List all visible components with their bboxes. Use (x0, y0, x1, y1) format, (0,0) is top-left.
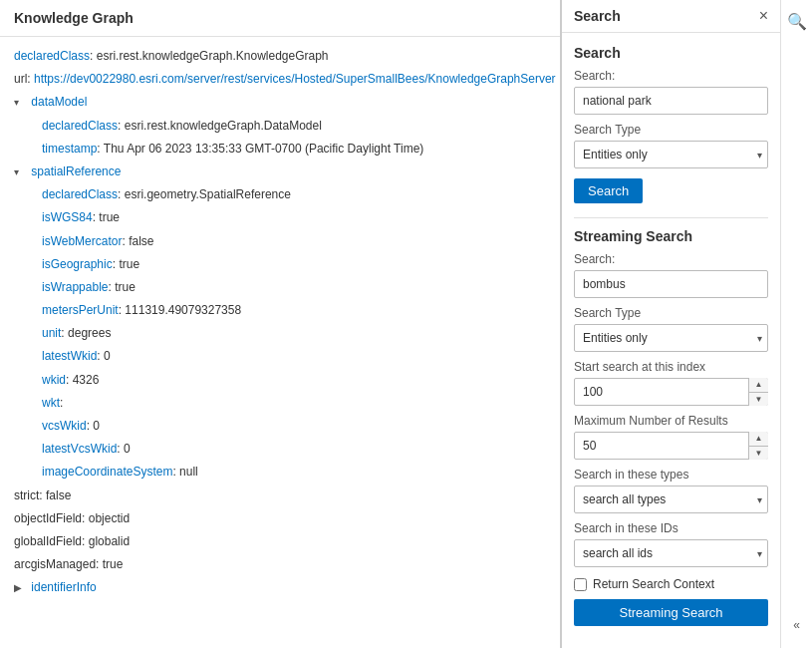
toggle-datamodel[interactable]: ▾ (14, 95, 28, 111)
max-results-wrapper: ▲ ▼ (574, 432, 768, 460)
tree-row-datamodel-class: declaredClass: esri.rest.knowledgeGraph.… (0, 115, 560, 161)
section-divider (574, 217, 768, 218)
spatialref-children: declaredClass: esri.geometry.SpatialRefe… (0, 183, 560, 484)
search-section-title: Search (574, 45, 768, 61)
start-index-input[interactable] (574, 378, 768, 406)
tree-row-arcgismanaged: arcgisManaged: true (0, 553, 560, 576)
start-index-label: Start search at this index (574, 360, 768, 374)
toggle-identifierinfo[interactable]: ▶ (14, 580, 28, 596)
search-icon-button[interactable]: 🔍 (783, 8, 811, 35)
right-panel-content: Search Search: Search Type Entities only… (562, 33, 780, 648)
knowledge-graph-title: Knowledge Graph (14, 10, 134, 26)
collapse-icon: « (793, 618, 800, 632)
streaming-type-label: Search Type (574, 306, 768, 320)
max-results-label: Maximum Number of Results (574, 414, 768, 428)
toggle-spatialref[interactable]: ▾ (14, 164, 28, 180)
right-panel-header: Search × (562, 0, 780, 33)
search-label: Search: (574, 69, 768, 83)
search-ids-select[interactable]: search all ids (574, 539, 768, 567)
tree-row-strict: strict: false (0, 485, 560, 507)
streaming-search-button[interactable]: Streaming Search (574, 599, 768, 626)
return-context-label: Return Search Context (593, 577, 714, 591)
tree-row-identifierinfo[interactable]: ▶ identifierInfo (0, 576, 560, 599)
max-results-spinners: ▲ ▼ (748, 432, 768, 460)
tree-row-url: url: https://dev0022980.esri.com/server/… (0, 68, 560, 91)
streaming-type-select[interactable]: Entities only Relationships only All (574, 324, 768, 352)
start-index-up[interactable]: ▲ (749, 378, 768, 393)
icon-panel: 🔍 « (780, 0, 812, 648)
right-panel-title: Search (574, 8, 621, 24)
tree-row-datamodel[interactable]: ▾ dataModel (0, 91, 560, 114)
start-index-down[interactable]: ▼ (749, 393, 768, 407)
url-link[interactable]: https://dev0022980.esri.com/server/rest/… (34, 72, 556, 86)
max-results-input[interactable] (574, 432, 768, 460)
search-type-wrapper: Entities only Relationships only All ▾ (574, 141, 768, 168)
search-type-label: Search Type (574, 123, 768, 137)
collapse-icon-button[interactable]: « (789, 614, 804, 636)
max-results-up[interactable]: ▲ (749, 432, 768, 447)
max-results-down[interactable]: ▼ (749, 447, 768, 461)
tree-row-declared-class: declaredClass: esri.rest.knowledgeGraph.… (0, 45, 560, 68)
streaming-search-input[interactable] (574, 270, 768, 298)
tree-row-text: declaredClass: esri.rest.knowledgeGraph.… (14, 49, 329, 63)
streaming-search-label: Search: (574, 252, 768, 266)
tree-row-spatialref[interactable]: ▾ spatialReference (0, 161, 560, 183)
left-panel-title: Knowledge Graph (0, 0, 560, 37)
tree-row-globalidfield: globalIdField: globalid (0, 530, 560, 553)
search-types-select[interactable]: search all types (574, 486, 768, 513)
search-ids-wrapper: search all ids ▾ (574, 539, 768, 567)
return-context-row: Return Search Context (574, 577, 768, 591)
right-panel: Search × Search Search: Search Type Enti… (561, 0, 780, 648)
streaming-type-wrapper: Entities only Relationships only All ▾ (574, 324, 768, 352)
streaming-section-title: Streaming Search (574, 228, 768, 244)
search-types-label: Search in these types (574, 468, 768, 482)
search-input[interactable] (574, 87, 768, 115)
search-type-select[interactable]: Entities only Relationships only All (574, 141, 768, 168)
tree-row-objectidfield: objectIdField: objectid (0, 507, 560, 530)
start-index-spinners: ▲ ▼ (748, 378, 768, 406)
start-index-wrapper: ▲ ▼ (574, 378, 768, 406)
close-button[interactable]: × (759, 8, 768, 24)
knowledge-graph-tree: declaredClass: esri.rest.knowledgeGraph.… (0, 37, 560, 648)
search-ids-label: Search in these IDs (574, 521, 768, 535)
left-panel: Knowledge Graph declaredClass: esri.rest… (0, 0, 561, 648)
return-context-checkbox[interactable] (574, 578, 587, 591)
search-button[interactable]: Search (574, 178, 643, 203)
search-types-wrapper: search all types ▾ (574, 486, 768, 513)
search-icon: 🔍 (787, 13, 807, 30)
